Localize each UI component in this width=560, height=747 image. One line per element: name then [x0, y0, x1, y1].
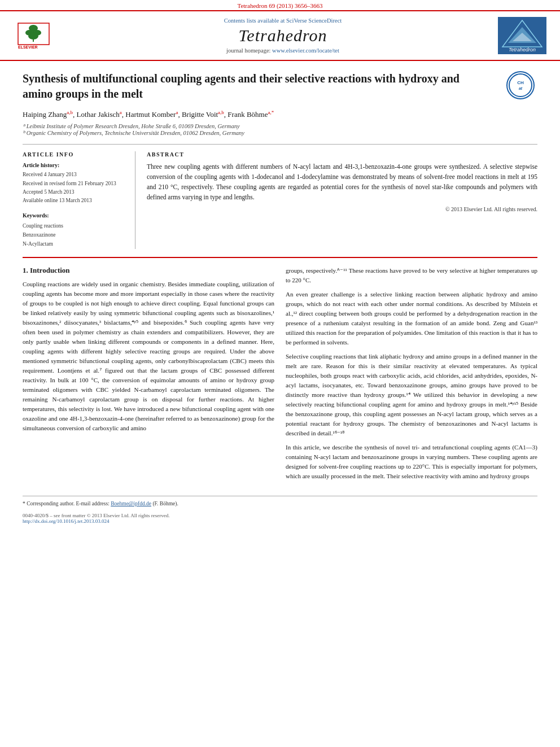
received-revised-date: Received in revised form 21 February 201…	[23, 180, 127, 188]
affiliation-a: ᵃ Leibmiz Institute of Polymer Research …	[23, 123, 537, 129]
available-online-date: Available online 13 March 2013	[23, 196, 127, 205]
elsevier-logo-area: ELSEVIER	[7, 16, 75, 55]
footnote-email[interactable]: Boehme@ipfdd.de	[111, 501, 151, 506]
footer-area: * Corresponding author. E-mail address: …	[23, 496, 537, 523]
authors-line: Haiping Zhanga,b, Lothar Jakischa, Hartm…	[23, 110, 537, 119]
journal-issue-info: Tetrahedron 69 (2013) 3656–3663	[237, 2, 322, 9]
abstract-label: ABSTRACT	[147, 151, 537, 158]
copyright-text: © 2013 Elsevier Ltd. All rights reserved…	[147, 206, 537, 212]
intro-paragraph-4: Selective coupling reactions that link a…	[286, 352, 537, 438]
intro-paragraph-1: Coupling reactions are widely used in or…	[23, 279, 274, 434]
main-content: Synthesis of multifunctional coupling ag…	[0, 61, 560, 535]
svg-text:CH: CH	[517, 80, 524, 85]
footnote-label: * Corresponding author. E-mail address:	[23, 501, 110, 506]
abstract-column: ABSTRACT Three new coupling agents with …	[147, 151, 537, 248]
received-date: Received 4 January 2013	[23, 171, 127, 179]
journal-name-area: Contents lists available at SciVerse Sci…	[75, 16, 491, 55]
accepted-date: Accepted 5 March 2013	[23, 188, 127, 196]
journal-header: ELSEVIER Contents lists available at Sci…	[0, 11, 560, 61]
body-left-column: 1. Introduction Coupling reactions are w…	[23, 266, 274, 486]
abstract-text: Three new coupling agents with different…	[147, 162, 537, 202]
keyword-1: Coupling reactions	[23, 221, 127, 230]
doi-link[interactable]: http://dx.doi.org/10.1016/j.tet.2013.03.…	[23, 518, 110, 524]
crossmark-icon: CH at	[506, 71, 535, 99]
history-heading: Article history:	[23, 162, 127, 168]
journal-homepage: journal homepage: www.elsevier.com/locat…	[226, 47, 339, 54]
sciverse-link[interactable]: SciVerse ScienceDirect	[286, 18, 342, 24]
elsevier-logo: ELSEVIER	[15, 20, 66, 51]
article-info-abstract-section: ARTICLE INFO Article history: Received 4…	[23, 144, 537, 248]
article-title: Synthesis of multifunctional coupling ag…	[23, 71, 537, 102]
intro-heading: 1. Introduction	[23, 266, 274, 275]
tetrahedron-logo-area: Tetrahedron	[491, 16, 553, 55]
journal-title: Tetrahedron	[238, 26, 327, 45]
doi-copyright: 0040-4020/$ – see front matter © 2013 El…	[23, 513, 537, 518]
svg-text:at: at	[519, 86, 523, 90]
keyword-3: N-Acyllactam	[23, 239, 127, 248]
footnote-text: * Corresponding author. E-mail address: …	[23, 500, 537, 508]
affiliations: ᵃ Leibmiz Institute of Polymer Research …	[23, 123, 537, 136]
article-history: Received 4 January 2013 Received in revi…	[23, 171, 127, 205]
footer-bottom: 0040-4020/$ – see front matter © 2013 El…	[23, 513, 537, 524]
footnote-rest: (F. Böhme).	[152, 501, 178, 506]
keyword-2: Benzoxazinone	[23, 230, 127, 239]
affiliation-b: ᵇ Organic Chemistry of Polymers, Technis…	[23, 129, 537, 136]
svg-point-5	[28, 33, 38, 40]
body-right-column: groups, respectively.ᴬ⁻¹¹ These reaction…	[286, 266, 537, 486]
title-area: Synthesis of multifunctional coupling ag…	[23, 71, 537, 102]
svg-text:ELSEVIER: ELSEVIER	[18, 45, 38, 49]
crossmark-badge[interactable]: CH at	[506, 71, 537, 102]
intro-paragraph-5: In this article, we describe the synthes…	[286, 443, 537, 481]
article-info-column: ARTICLE INFO Article history: Received 4…	[23, 151, 135, 248]
tetrahedron-logo: Tetrahedron	[497, 16, 548, 55]
intro-paragraph-3: An even greater challenge is a selective…	[286, 290, 537, 347]
sciverse-text: Contents lists available at SciVerse Sci…	[224, 18, 342, 24]
body-area: 1. Introduction Coupling reactions are w…	[23, 257, 537, 486]
keywords-title: Keywords:	[23, 211, 127, 220]
intro-paragraph-2: groups, respectively.ᴬ⁻¹¹ These reaction…	[286, 266, 537, 285]
homepage-link[interactable]: www.elsevier.com/locate/tet	[272, 47, 339, 54]
article-info-label: ARTICLE INFO	[23, 151, 127, 158]
svg-point-12	[509, 74, 532, 97]
svg-text:Tetrahedron: Tetrahedron	[509, 47, 536, 53]
keywords-section: Keywords: Coupling reactions Benzoxazino…	[23, 211, 127, 248]
journal-top-bar: Tetrahedron 69 (2013) 3656–3663	[0, 0, 560, 11]
